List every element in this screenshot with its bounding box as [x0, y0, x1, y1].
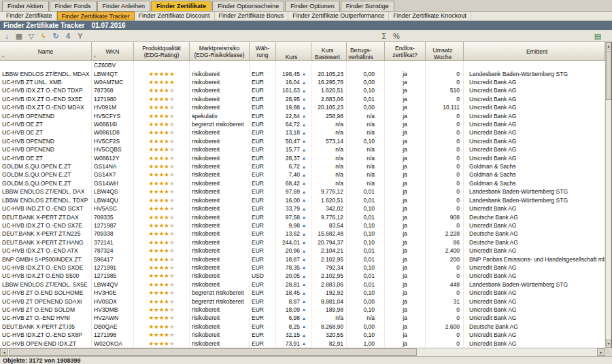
table-row[interactable]: UC-HVB ZT UNL. XMBW0AM7MC★★★★★risikobere… [0, 78, 605, 86]
table-row[interactable]: UC-HVB IDX.ZT O.-END SXDE1271991★★★★★ris… [0, 263, 605, 272]
table-row[interactable]: UC-HVB OE ZTW08616I★★★★★begrenzt risikob… [0, 120, 605, 128]
horizontal-scroll-track[interactable] [8, 348, 597, 356]
table-row[interactable]: UC-HVB ZT OPENEND SDAXIHV0SDX★★★★★begren… [0, 297, 605, 305]
sub-tab-finder-zertifikate-outperformance[interactable]: Finder Zertifikate Outperformance [288, 12, 389, 20]
table-row[interactable]: GOLDM.S.QU.OPEN E.ZTGS14WH★★★★★risikober… [0, 179, 605, 187]
scroll-right-icon[interactable]: ► [597, 348, 605, 356]
star-icon: ★ [159, 87, 165, 94]
main-tab-finder-fonds[interactable]: Finder Fonds [50, 1, 97, 11]
cell-name: UC-HVB IDX.ZT O.-END SX7E [0, 221, 92, 230]
table-row[interactable]: GOLDM.S.QU.OPEN E.ZTGS14X7★★★★★risikober… [0, 170, 605, 179]
table-row[interactable]: LBBW ENDLOS ZT/ENDL. TDXPLBW4QU★★★★★risi… [0, 196, 605, 204]
table-row[interactable]: UC-HVB OPENENDHV5CF2S★★★★★risikobereitEU… [0, 137, 605, 145]
table-row[interactable]: CZ60BV [0, 61, 605, 69]
star-icon: ★ [169, 155, 175, 162]
merge-icon[interactable]: Y [75, 31, 85, 41]
column-header-risk[interactable]: Marktpreisrisiko(EDG-Risikoklasse) [190, 42, 250, 60]
table-row[interactable]: UC-HVB IND.ZT O.-END SCXTHV5ASC★★★★★risi… [0, 204, 605, 213]
table-row[interactable]: DEUT.BANK X-PERT ZT.N225709338★★★★★risik… [0, 230, 605, 238]
cell-emit: Landesbank Baden-Württemberg STG [464, 280, 605, 289]
table-row[interactable]: UC-HVB IDX.ZT O.-END MDAXHV091M★★★★★risi… [0, 103, 605, 111]
table-row[interactable]: LBBW ENDLOS ZT/ENDL. DAXLBW4QS★★★★★risik… [0, 187, 605, 196]
table-row[interactable]: UC-HVB OPENENDHV5CQBS★★★★★risikobereitEU… [0, 145, 605, 153]
table-row[interactable]: UC-HVB OPENENDHV5CFYS★★★★★spekulativEUR2… [0, 111, 605, 120]
main-tab-finder-anleihen[interactable]: Finder Anleihen [97, 1, 151, 11]
cell-ratio: n/a [347, 153, 385, 162]
sub-tab-finder-zertifikate-discount[interactable]: Finder Zertifikate Discount [135, 12, 215, 20]
column-header-ratio[interactable]: Bezugs-verhältnis [347, 42, 385, 60]
table-row[interactable]: UC-HVB ZT O.END SOLDMHV3DMB★★★★★risikobe… [0, 306, 605, 314]
table-icon[interactable]: ▦ [14, 31, 24, 41]
column-header-emit[interactable]: Emittent [464, 42, 605, 60]
table-row[interactable]: DEUT.BANK X-PERT ZT.I35DB0QAE★★★★★risiko… [0, 323, 605, 331]
table-row[interactable]: UC-HVB OE ZTW08612Y★★★★★risikobereitEUR2… [0, 153, 605, 162]
column-header-wkn[interactable]: WKN▼ [92, 42, 134, 60]
table-row[interactable]: DEUT.BANK X-PERT ZT.DAX709335★★★★★risiko… [0, 213, 605, 221]
table-row[interactable]: UC-HVB IDX.ZT O.-END SX5E1271980★★★★★ris… [0, 95, 605, 103]
vertical-scroll-track[interactable] [606, 50, 611, 340]
column-header-kurs[interactable]: Kurs [276, 42, 311, 60]
cell-endlos: ja [385, 213, 426, 221]
filter-icon[interactable]: ▽ [27, 31, 36, 41]
excel-export-icon[interactable]: ▤ [593, 31, 602, 41]
vertical-scroll-thumb[interactable] [606, 51, 611, 100]
main-tab-finder-aktien[interactable]: Finder Aktien [2, 1, 49, 11]
cell-emit: Unicredit Bank AG [464, 297, 605, 305]
column-filter-icon[interactable]: ▼ [1, 53, 5, 60]
preset-4-icon[interactable]: 4 [63, 31, 73, 41]
scroll-up-icon[interactable]: ▲ [606, 42, 611, 50]
cell-bas [311, 61, 347, 69]
cell-emit: Landesbank Baden-Württemberg STG [464, 187, 605, 196]
column-header-name[interactable]: Name▼ [0, 42, 92, 60]
percent-icon[interactable]: % [392, 31, 401, 41]
cell-rating: ★★★★★ [134, 153, 190, 162]
table-row[interactable]: UC-HVB ZT O.END SOLHOMEHV3H0E★★★★★begren… [0, 289, 605, 297]
main-tab-finder-optionsscheine[interactable]: Finder Optionsscheine [212, 1, 284, 11]
star-icon: ★ [154, 331, 159, 338]
star-icon: ★ [148, 163, 154, 170]
table-row[interactable]: UC-HVB OE ZTW0861D8★★★★★risikobereitEUR1… [0, 128, 605, 136]
cell-wkn: HV5CF2S [92, 137, 134, 145]
refresh-icon[interactable]: ↻ [51, 31, 61, 41]
star-icon: ★ [169, 264, 175, 271]
scroll-left-icon[interactable]: ◄ [0, 348, 8, 356]
kurs-value: 8,25 [288, 323, 300, 330]
sub-tab-finder-zertifikate-bonus[interactable]: Finder Zertifikate Bonus [215, 12, 289, 20]
horizontal-scroll-thumb[interactable] [9, 348, 417, 356]
main-tab-finder-optionen[interactable]: Finder Optionen [285, 1, 340, 11]
column-header-rating[interactable]: Produktqualität(EDG-Rating) [134, 42, 190, 60]
table-row[interactable]: DEUT.BANK X-PERT ZT.HANG372141★★★★★risik… [0, 238, 605, 247]
table-row[interactable]: UC-HVB OPEN-END IDX.ZTW02OKOA★★★★★risiko… [0, 339, 605, 347]
main-tab-finder-sonstige[interactable]: Finder Sonstige [341, 1, 394, 11]
table-row[interactable]: UC-HVB IDX.ZT O.-END SX8P1271998★★★★★ris… [0, 331, 605, 339]
column-header-umsatz[interactable]: UmsatzWoche [426, 42, 464, 60]
sub-tab-finder-zertifikate[interactable]: Finder Zertifikate [2, 12, 57, 20]
table-row[interactable]: LBBW ENDLOS ZT/ENDL. SX5ELBW4QV★★★★★risi… [0, 280, 605, 289]
table-row[interactable]: UC-HVB IDX.ZT O.END S5001271985★★★★★risi… [0, 272, 605, 280]
cell-umsatz: 0 [426, 272, 464, 280]
table-row[interactable]: UC-HVB ZT O.-END HVNIHV2AWN★★★★★risikobe… [0, 314, 605, 322]
table-row[interactable]: LBBW ENDLOS ZT/ENDL. MDAXLBW4QT★★★★★risi… [0, 69, 605, 77]
star-icon: ★ [148, 205, 154, 212]
column-header-bas[interactable]: KursBasiswert [311, 42, 347, 60]
export-icon[interactable]: ↓ [2, 31, 12, 41]
cell-cur: EUR [250, 95, 276, 103]
table-row[interactable]: UC-HVB IDX.ZT O.-END ATX787324★★★★★risik… [0, 247, 605, 255]
cell-umsatz: 0 [426, 331, 464, 339]
cell-endlos: ja [385, 170, 426, 179]
scroll-down-icon[interactable]: ▼ [606, 340, 611, 348]
star-icon: ★ [154, 323, 159, 330]
table-row[interactable]: UC-HVB IDX.ZT O.-END TDXP787368★★★★★risi… [0, 86, 605, 94]
main-tab-finder-zertifikate[interactable]: Finder Zertifikate [151, 1, 211, 11]
sub-tab-finder-zertifikate-tracker[interactable]: Finder Zertifikate Tracker [57, 12, 135, 20]
sum-icon[interactable]: Σ [379, 31, 389, 41]
star-icon: ★ [164, 197, 169, 204]
table-row[interactable]: BNP GMBH S+P500INDEX ZT.596417★★★★★risik… [0, 255, 605, 263]
column-header-cur[interactable]: Wäh-rung [250, 42, 276, 60]
sub-tab-finder-zertifikate-knockout[interactable]: Finder Zertifikate Knockout [389, 12, 471, 20]
table-row[interactable]: UC-HVB IDX.ZT O.-END SX7E1271987★★★★★ris… [0, 221, 605, 230]
column-filter-icon[interactable]: ▼ [93, 53, 97, 60]
table-row[interactable]: GOLDM.S.QU.OPEN E.ZTGS14NA★★★★★risikober… [0, 162, 605, 170]
column-header-endlos[interactable]: Endlos-zertifikat? [385, 42, 426, 60]
flash-icon[interactable]: ϟ [39, 31, 48, 41]
